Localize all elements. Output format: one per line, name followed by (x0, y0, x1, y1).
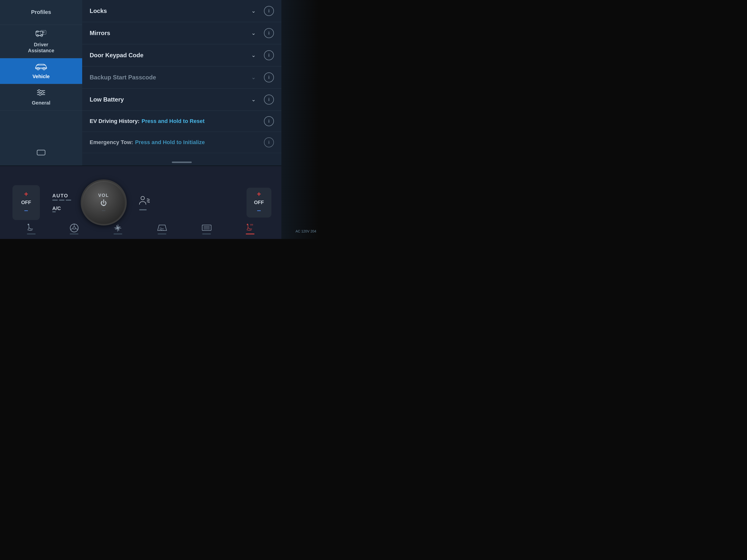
locks-chevron[interactable]: ⌄ (248, 5, 259, 17)
backup-passcode-label: Backup Start Passcode (89, 74, 248, 81)
door-keypad-info[interactable]: i (264, 50, 274, 60)
hvac-right-off: OFF (254, 199, 264, 205)
settings-row-low-battery[interactable]: Low Battery ⌄ i (82, 88, 281, 111)
sidebar: Profiles DriverAssistance (0, 0, 82, 165)
sidebar-spacer (0, 110, 82, 141)
mirrors-info[interactable]: i (264, 28, 274, 38)
hvac-dot-2 (59, 199, 65, 201)
low-battery-info[interactable]: i (264, 95, 274, 105)
hvac-auto-dots (52, 199, 71, 201)
svg-line-24 (75, 229, 78, 230)
settings-row-backup-passcode[interactable]: Backup Start Passcode ⌄ i (82, 66, 281, 88)
svg-rect-17 (37, 150, 45, 155)
sidebar-item-general[interactable]: General (0, 84, 82, 110)
sidebar-item-profiles[interactable]: Profiles (0, 0, 82, 25)
ev-driving-history-label: EV Driving History: (89, 118, 139, 125)
emergency-tow-action: Press and Hold to Initialize (135, 139, 205, 145)
mirrors-chevron[interactable]: ⌄ (248, 28, 259, 38)
door-keypad-actions: ⌄ i (248, 50, 274, 61)
backup-passcode-info[interactable]: i (264, 73, 274, 82)
svg-point-18 (141, 196, 145, 200)
hvac-left-minus[interactable]: − (24, 207, 28, 215)
low-battery-chevron[interactable]: ⌄ (248, 94, 259, 105)
hvac-right-plus[interactable]: + (257, 190, 261, 198)
vol-dash: — (102, 208, 105, 212)
hvac-left-temp-btn[interactable]: + OFF − (12, 185, 40, 220)
mirrors-label: Mirrors (89, 30, 248, 36)
steering-wheel-dot (70, 234, 78, 235)
svg-point-21 (73, 227, 75, 229)
backup-passcode-actions: ⌄ i (248, 72, 274, 83)
hvac-dot-1 (52, 199, 58, 201)
hvac-dot-3 (66, 199, 71, 201)
sidebar-bottom-item[interactable] (0, 141, 82, 165)
sidebar-item-driver-assistance[interactable]: DriverAssistance (0, 25, 82, 58)
door-keypad-chevron[interactable]: ⌄ (248, 50, 259, 61)
hvac-auto-control[interactable]: AUTO (52, 193, 71, 201)
hvac-right-temp-btn[interactable]: + OFF − (247, 188, 272, 217)
settings-row-mirrors[interactable]: Mirrors ⌄ i (82, 22, 281, 44)
locks-label: Locks (89, 7, 248, 15)
hvac-defrost-icon[interactable] (136, 195, 150, 210)
backup-passcode-chevron[interactable]: ⌄ (248, 72, 259, 83)
vol-label: VOL (98, 193, 109, 198)
hvac-auto-ac: AUTO A/C (52, 193, 71, 212)
volume-knob[interactable]: VOL ⏻ — (81, 180, 127, 225)
max-defrost-dot (158, 234, 166, 235)
rear-defrost-icon[interactable] (201, 223, 212, 235)
hvac-controls: + OFF − AUTO A/C (0, 165, 281, 239)
sidebar-bottom-icon (36, 149, 46, 157)
driver-assistance-icon (35, 29, 47, 39)
hvac-right-controls (136, 195, 244, 210)
hvac-ac-label: A/C (52, 206, 61, 211)
door-keypad-label: Door Keypad Code (89, 52, 248, 59)
ac-indicator: AC 120V 204 (295, 229, 316, 234)
low-battery-actions: ⌄ i (248, 94, 274, 105)
sidebar-general-label: General (32, 100, 50, 106)
mirrors-actions: ⌄ i (248, 28, 274, 38)
rear-defrost-dot (202, 234, 211, 235)
general-icon (36, 88, 46, 98)
scroll-indicator (82, 159, 281, 165)
vol-power-icon: ⏻ (100, 199, 107, 207)
emergency-tow-actions: i (264, 137, 274, 148)
seat-heat-right-icon[interactable] (246, 223, 255, 235)
svg-point-30 (247, 224, 248, 225)
hvac-bottom-icons (0, 223, 281, 235)
sidebar-profiles-label: Profiles (31, 9, 51, 16)
hvac-ac-dot (52, 211, 56, 212)
right-panel: AC 120V 204 (281, 0, 319, 239)
ev-driving-history-info[interactable]: i (264, 116, 274, 126)
sidebar-vehicle-label: Vehicle (33, 74, 50, 79)
hvac-vent-controls (136, 195, 244, 210)
settings-list: Locks ⌄ i Mirrors ⌄ i Door Keypa (82, 0, 281, 159)
fan-speed-dot (113, 234, 122, 235)
emergency-tow-info[interactable]: i (264, 137, 274, 148)
fan-speed-icon[interactable] (113, 223, 123, 235)
svg-point-14 (38, 89, 40, 91)
svg-point-15 (42, 91, 44, 94)
seat-heat-left-icon[interactable] (27, 223, 35, 235)
low-battery-label: Low Battery (89, 96, 248, 103)
hvac-ac-dots (52, 211, 71, 212)
sidebar-item-vehicle[interactable]: Vehicle (0, 58, 82, 84)
volume-knob-container: VOL ⏻ — (79, 178, 128, 228)
hvac-left-off: OFF (21, 199, 31, 205)
svg-line-23 (71, 229, 73, 230)
main-content: Locks ⌄ i Mirrors ⌄ i Door Keypa (82, 0, 281, 165)
hvac-right-minus[interactable]: − (257, 207, 261, 215)
scroll-bar (172, 162, 192, 163)
hvac-left-plus[interactable]: + (24, 190, 28, 198)
settings-row-emergency-tow[interactable]: Emergency Tow: Press and Hold to Initial… (82, 132, 281, 153)
locks-info[interactable]: i (264, 6, 274, 16)
settings-row-door-keypad[interactable]: Door Keypad Code ⌄ i (82, 44, 281, 66)
hvac-ac-control[interactable]: A/C (52, 206, 71, 212)
sidebar-driver-assistance-label: DriverAssistance (28, 42, 54, 54)
max-defrost-icon[interactable] (157, 223, 168, 235)
settings-row-locks[interactable]: Locks ⌄ i (82, 0, 281, 22)
settings-row-ev-driving-history[interactable]: EV Driving History: Press and Hold to Re… (82, 111, 281, 132)
vehicle-icon (34, 63, 48, 72)
steering-wheel-heat-icon[interactable] (69, 223, 79, 235)
locks-actions: ⌄ i (248, 5, 274, 17)
hvac-auto-label: AUTO (52, 193, 68, 198)
